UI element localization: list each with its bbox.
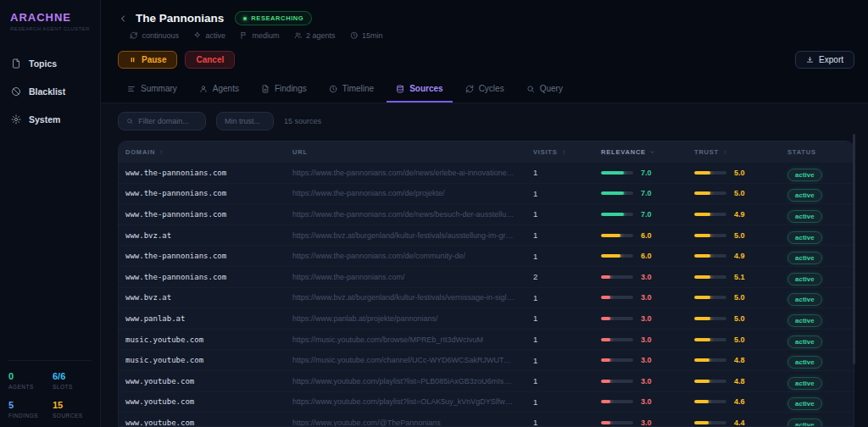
bar-fill (601, 400, 610, 403)
bar-fill (694, 171, 710, 175)
cancel-button-label: Cancel (196, 55, 224, 64)
export-button[interactable]: Export (795, 51, 854, 69)
table-row[interactable]: www.the-pannonians.comhttps://www.the-pa… (119, 246, 854, 267)
tab-label: Cycles (479, 84, 504, 93)
table-row[interactable]: www.the-pannonians.comhttps://www.the-pa… (119, 267, 854, 288)
bar-fill (601, 358, 610, 362)
bar-fill (601, 380, 610, 383)
cell-relevance: 3.0 (601, 377, 694, 385)
tab-cycles[interactable]: Cycles (456, 81, 514, 103)
column-label: RELEVANCE (601, 148, 646, 156)
status-active-badge: active (787, 252, 822, 264)
status-active-badge: active (787, 397, 822, 410)
table-row[interactable]: www.bvz.athttps://www.bvz.at/burgenland/… (119, 225, 854, 247)
cell-status: active (787, 374, 854, 389)
column-header-domain[interactable]: DOMAIN (125, 148, 292, 156)
bar-fill (694, 296, 710, 299)
tab-label: Query (540, 84, 563, 93)
chevron-left-icon[interactable] (118, 14, 128, 24)
bar-value: 5.0 (734, 314, 745, 323)
bar-value: 3.0 (641, 293, 652, 302)
cell-visits: 1 (533, 397, 601, 407)
bar-value: 3.0 (641, 314, 652, 323)
tab-query[interactable]: Query (517, 81, 572, 103)
bar-fill (601, 213, 624, 216)
sidebar-spacer (0, 130, 100, 360)
table-row[interactable]: www.the-pannonians.comhttps://www.the-pa… (119, 184, 854, 205)
trust-bar (694, 317, 726, 320)
pause-button[interactable]: Pause (118, 51, 177, 69)
cell-visits: 1 (533, 252, 601, 261)
column-label: VISITS (533, 148, 558, 156)
tab-findings[interactable]: Findings (252, 81, 316, 103)
search-icon (126, 117, 133, 125)
bar-value: 4.9 (734, 210, 745, 219)
status-active-badge: active (787, 356, 822, 369)
cell-domain: www.the-pannonians.com (125, 252, 292, 260)
search-icon (526, 85, 535, 93)
column-header-trust[interactable]: TRUST (694, 148, 787, 156)
bar-fill (694, 421, 709, 424)
tab-timeline[interactable]: Timeline (320, 81, 383, 103)
filter-row: 15 sources (101, 112, 868, 139)
column-header-visits[interactable]: VISITS (533, 148, 601, 156)
cell-domain: music.youtube.com (125, 336, 292, 344)
file-icon (11, 58, 21, 69)
trust-filter-input[interactable] (225, 117, 265, 125)
sidebar-item-label: Blacklist (29, 86, 65, 97)
cell-trust: 5.0 (694, 293, 787, 302)
tab-summary[interactable]: Summary (118, 81, 186, 103)
cell-url: https://www.the-pannonians.com/de/projek… (292, 189, 533, 197)
cell-status: active (787, 269, 854, 285)
table-row[interactable]: music.youtube.comhttps://music.youtube.c… (119, 330, 854, 351)
table-row[interactable]: www.youtube.comhttps://www.youtube.com/@… (119, 413, 854, 427)
trust-bar (694, 191, 726, 195)
cell-trust: 4.8 (694, 356, 787, 364)
sidebar: ARACHNE RESEARCH AGENT CLUSTER TopicsBla… (0, 0, 101, 427)
tab-sources[interactable]: Sources (387, 81, 452, 103)
column-header-relevance[interactable]: RELEVANCE (601, 148, 694, 156)
cell-relevance: 3.0 (601, 336, 694, 344)
export-button-label: Export (819, 55, 843, 64)
table-row[interactable]: www.the-pannonians.comhttps://www.the-pa… (119, 163, 854, 184)
tab-agents[interactable]: Agents (190, 81, 248, 103)
pause-icon (129, 56, 136, 64)
cell-trust: 4.9 (694, 210, 787, 219)
bar-fill (601, 296, 610, 299)
trust-bar (694, 338, 726, 341)
scrollbar[interactable] (853, 134, 855, 364)
clock-icon (350, 31, 359, 40)
relevance-bar (601, 213, 633, 216)
status-active-badge: active (787, 377, 822, 390)
bar-value: 4.4 (734, 419, 745, 427)
app-root: ARACHNE RESEARCH AGENT CLUSTER TopicsBla… (0, 0, 868, 427)
status-active-badge: active (787, 419, 822, 427)
meta-item: continuous (130, 31, 179, 40)
table-row[interactable]: music.youtube.comhttps://music.youtube.c… (119, 350, 854, 371)
table-row[interactable]: www.youtube.comhttps://www.youtube.com/p… (119, 371, 854, 392)
sidebar-item-system[interactable]: System (0, 109, 100, 130)
cell-status: active (787, 352, 854, 368)
relevance-bar (601, 358, 633, 362)
table-row[interactable]: www.youtube.comhttps://www.youtube.com/p… (119, 392, 854, 413)
cell-visits: 1 (533, 293, 601, 302)
status-active-badge: active (787, 169, 822, 181)
table-row[interactable]: www.the-pannonians.comhttps://www.the-pa… (119, 204, 854, 225)
bar-fill (694, 400, 709, 403)
cancel-button[interactable]: Cancel (185, 51, 235, 69)
sidebar-item-blacklist[interactable]: Blacklist (0, 81, 100, 102)
cell-visits: 1 (533, 313, 601, 323)
cell-visits: 1 (533, 209, 601, 219)
table-row[interactable]: www.bvz.athttps://www.bvz.at/burgenland/… (119, 288, 854, 309)
domain-filter-input[interactable] (138, 117, 198, 125)
cell-visits: 1 (533, 230, 601, 240)
bar-fill (601, 421, 610, 424)
list-icon (127, 85, 136, 93)
cell-relevance: 3.0 (601, 273, 694, 281)
cell-visits: 1 (533, 356, 601, 365)
cell-visits: 1 (533, 168, 601, 177)
meta-label: medium (253, 31, 280, 40)
table-row[interactable]: www.panlab.athttps://www.panlab.at/proje… (119, 308, 854, 330)
cell-url: https://www.the-pannonians.com/de/news/e… (292, 169, 533, 177)
sidebar-item-topics[interactable]: Topics (0, 53, 100, 74)
